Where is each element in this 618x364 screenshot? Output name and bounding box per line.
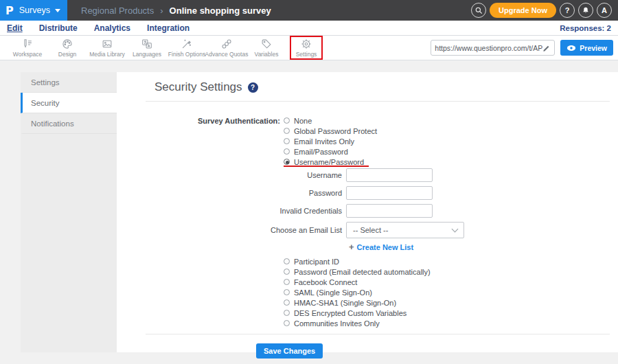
radio-icon [284, 289, 290, 295]
toolbar-item-settings[interactable]: Settings [286, 36, 326, 60]
email-list-label: Choose an Email List [154, 226, 342, 234]
question-mark-icon: ? [565, 6, 570, 14]
survey-url-box [431, 40, 555, 56]
chevron-down-icon [55, 9, 60, 12]
toolbar-item-advance-quotas[interactable]: Advance Quotas [207, 36, 247, 60]
radio-password-email-detected[interactable]: Password (Email detected automatically) [284, 266, 618, 277]
sidebar-item-settings[interactable]: Settings [21, 72, 117, 93]
radio-facebook-connect[interactable]: Facebook Connect [284, 277, 618, 287]
upgrade-now-button[interactable]: Upgrade Now [490, 3, 556, 18]
password-field[interactable] [346, 186, 433, 200]
radio-none[interactable]: None [284, 115, 377, 126]
sidebar-item-security[interactable]: Security [21, 93, 117, 113]
top-actions: Upgrade Now ? A [471, 3, 618, 18]
breadcrumb-folder[interactable]: Regional Products [81, 5, 154, 16]
top-bar: P Surveys Regional Products › Online sho… [0, 0, 618, 21]
auth-options: None Global Password Protect Email Invit… [284, 115, 377, 167]
footer-divider [146, 334, 610, 334]
surveys-menu-label: Surveys [19, 5, 50, 15]
tab-integration[interactable]: Integration [147, 23, 190, 33]
questionpro-logo: P [5, 4, 14, 17]
survey-url-input[interactable] [435, 44, 542, 52]
edit-toolbar: Workspace Design Media Library Languages [0, 36, 618, 60]
radio-email-password[interactable]: Email/Password [284, 146, 377, 157]
help-icon[interactable]: ? [248, 82, 258, 93]
preview-button[interactable]: Preview [560, 40, 613, 56]
security-form: Survey Authentication: None Global Passw… [154, 115, 618, 328]
radio-icon [284, 148, 290, 155]
breadcrumb-separator: › [160, 5, 163, 16]
toolbar-right: Preview [431, 40, 618, 56]
radio-des-encrypted-variables[interactable]: DES Encrypted Custom Variables [284, 308, 618, 318]
breadcrumb: Regional Products › Online shopping surv… [81, 5, 271, 16]
gear-icon [300, 38, 312, 50]
content-area: Settings Security Notifications Security… [21, 72, 618, 352]
credential-fields: Username Password Invalid Credentials Ch… [154, 168, 618, 238]
username-label: Username [154, 171, 342, 179]
radio-communities-invites-only[interactable]: Communities Invites Only [284, 318, 618, 328]
toolbar-item-media-library[interactable]: Media Library [87, 36, 127, 60]
radio-email-invites-only[interactable]: Email Invites Only [284, 136, 377, 146]
survey-nav: Edit Distribute Analytics Integration Re… [0, 21, 618, 36]
breadcrumb-survey-title: Online shopping survey [170, 5, 271, 16]
radio-participant-id[interactable]: Participant ID [284, 256, 618, 266]
sidebar-item-notifications[interactable]: Notifications [21, 113, 117, 134]
invalid-credentials-label: Invalid Credentials [154, 207, 342, 215]
username-field[interactable] [346, 168, 433, 182]
search-icon [474, 6, 483, 14]
translate-icon [141, 38, 153, 50]
radio-icon [284, 117, 290, 124]
responses-count[interactable]: Responses: 2 [560, 24, 611, 32]
palette-icon [61, 38, 73, 50]
plus-icon: + [349, 244, 354, 251]
radio-icon [284, 138, 290, 144]
surveys-menu[interactable]: P Surveys [0, 0, 67, 21]
tab-analytics[interactable]: Analytics [94, 23, 130, 33]
create-new-list-link[interactable]: + Create New List [349, 242, 618, 252]
settings-annotation-box: Settings [290, 36, 323, 60]
radio-icon [284, 258, 290, 264]
eye-icon [566, 45, 576, 52]
radio-hmac-sha1-sso[interactable]: HMAC-SHA1 (Single Sign-On) [284, 297, 618, 308]
auth-label: Survey Authentication: [154, 115, 280, 167]
search-button[interactable] [471, 3, 486, 18]
radio-icon [284, 310, 290, 316]
account-avatar[interactable]: A [597, 3, 612, 18]
avatar-initial: A [602, 6, 607, 14]
help-button[interactable]: ? [560, 3, 575, 18]
radio-icon [284, 320, 290, 326]
invalid-credentials-field[interactable] [346, 204, 433, 218]
tab-distribute[interactable]: Distribute [39, 23, 78, 33]
edit-pencil-icon[interactable] [542, 44, 551, 52]
security-settings-panel: Security Settings ? Survey Authenticatio… [117, 72, 618, 352]
tag-icon [260, 38, 273, 50]
radio-saml-sso[interactable]: SAML (Single Sign-On) [284, 287, 618, 297]
more-auth-options: Participant ID Password (Email detected … [284, 256, 618, 328]
toolbar-item-workspace[interactable]: Workspace [8, 36, 47, 60]
email-list-select[interactable]: -- Select -- [346, 222, 464, 238]
toolbar-item-design[interactable]: Design [47, 36, 87, 60]
radio-icon [284, 269, 290, 275]
title-divider [146, 101, 610, 102]
settings-sidebar: Settings Security Notifications [21, 72, 117, 352]
radio-selected-icon [284, 159, 290, 165]
image-icon [101, 38, 113, 50]
workspace-icon [21, 38, 34, 50]
toolbar-item-variables[interactable]: Variables [247, 36, 286, 60]
toolbar-item-languages[interactable]: Languages [127, 36, 167, 60]
red-underline-annotation [284, 166, 369, 167]
notifications-button[interactable] [578, 3, 593, 18]
radio-icon [284, 279, 290, 285]
save-changes-button[interactable]: Save Changes [256, 343, 323, 359]
wand-icon [181, 38, 193, 50]
toolbar-item-finish-options[interactable]: Finish Options [167, 36, 207, 60]
radio-icon [284, 299, 290, 306]
radio-username-password[interactable]: Username/Password [284, 157, 377, 167]
radio-icon [284, 128, 290, 134]
chain-icon [220, 38, 233, 50]
bell-icon [582, 6, 590, 14]
radio-global-password-protect[interactable]: Global Password Protect [284, 126, 377, 136]
chevron-down-icon [452, 225, 459, 232]
tab-edit[interactable]: Edit [7, 23, 23, 33]
password-label: Password [154, 189, 342, 197]
